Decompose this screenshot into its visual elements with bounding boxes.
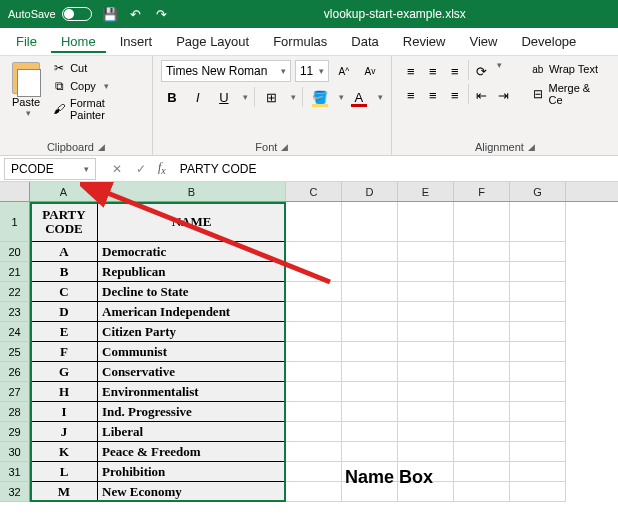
cell[interactable] bbox=[286, 422, 342, 442]
cell-party-code[interactable]: L bbox=[30, 462, 98, 482]
cell[interactable] bbox=[454, 282, 510, 302]
cell-party-code[interactable]: J bbox=[30, 422, 98, 442]
align-bottom-button[interactable]: ≡ bbox=[444, 60, 466, 82]
decrease-indent-button[interactable]: ⇤ bbox=[471, 84, 493, 106]
cell[interactable] bbox=[342, 422, 398, 442]
column-header-g[interactable]: G bbox=[510, 182, 566, 201]
cell-party-name[interactable]: Ind. Progressive bbox=[98, 402, 286, 422]
tab-page-layout[interactable]: Page Layout bbox=[166, 30, 259, 53]
cell[interactable] bbox=[454, 362, 510, 382]
column-header-b[interactable]: B bbox=[98, 182, 286, 201]
formula-input[interactable] bbox=[174, 158, 618, 180]
cell[interactable] bbox=[510, 402, 566, 422]
cell[interactable] bbox=[342, 362, 398, 382]
row-header[interactable]: 22 bbox=[0, 282, 30, 302]
dialog-launcher-icon[interactable]: ◢ bbox=[528, 142, 535, 152]
dialog-launcher-icon[interactable]: ◢ bbox=[98, 142, 105, 152]
cell[interactable] bbox=[454, 262, 510, 282]
cell[interactable] bbox=[398, 422, 454, 442]
spreadsheet-grid[interactable]: A B C D E F G 1 PARTY CODE NAME 20ADemoc… bbox=[0, 182, 618, 502]
align-top-button[interactable]: ≡ bbox=[400, 60, 422, 82]
cell[interactable] bbox=[342, 382, 398, 402]
cell-party-name[interactable]: Peace & Freedom bbox=[98, 442, 286, 462]
cell[interactable] bbox=[286, 242, 342, 262]
cell[interactable] bbox=[398, 382, 454, 402]
autosave-toggle[interactable]: AutoSave bbox=[8, 7, 92, 21]
row-header[interactable]: 27 bbox=[0, 382, 30, 402]
row-header[interactable]: 24 bbox=[0, 322, 30, 342]
cancel-formula-button[interactable]: ✕ bbox=[106, 159, 128, 179]
cell-party-code[interactable]: D bbox=[30, 302, 98, 322]
merge-center-button[interactable]: ⊟ Merge & Ce bbox=[527, 80, 610, 108]
cell[interactable] bbox=[398, 282, 454, 302]
italic-button[interactable]: I bbox=[187, 86, 209, 108]
tab-review[interactable]: Review bbox=[393, 30, 456, 53]
cell[interactable] bbox=[342, 342, 398, 362]
align-left-button[interactable]: ≡ bbox=[400, 84, 422, 106]
enter-formula-button[interactable]: ✓ bbox=[130, 159, 152, 179]
cell[interactable] bbox=[286, 322, 342, 342]
cell[interactable] bbox=[286, 442, 342, 462]
cell-party-code[interactable]: M bbox=[30, 482, 98, 502]
cell-party-name[interactable]: American Independent bbox=[98, 302, 286, 322]
orientation-button[interactable]: ⟳ bbox=[471, 60, 493, 82]
tab-formulas[interactable]: Formulas bbox=[263, 30, 337, 53]
cell[interactable] bbox=[398, 402, 454, 422]
row-header[interactable]: 26 bbox=[0, 362, 30, 382]
row-header[interactable]: 25 bbox=[0, 342, 30, 362]
cell-party-code[interactable]: F bbox=[30, 342, 98, 362]
bold-button[interactable]: B bbox=[161, 86, 183, 108]
row-header[interactable]: 30 bbox=[0, 442, 30, 462]
cell-party-name[interactable]: Decline to State bbox=[98, 282, 286, 302]
font-color-button[interactable]: A bbox=[348, 86, 370, 108]
cell[interactable] bbox=[286, 262, 342, 282]
row-header[interactable]: 32 bbox=[0, 482, 30, 502]
dialog-launcher-icon[interactable]: ◢ bbox=[281, 142, 288, 152]
decrease-font-button[interactable]: Av bbox=[359, 60, 381, 82]
cell[interactable] bbox=[398, 442, 454, 462]
cell-party-name[interactable]: Citizen Party bbox=[98, 322, 286, 342]
cell-header-code[interactable]: PARTY CODE bbox=[30, 202, 98, 242]
row-header[interactable]: 20 bbox=[0, 242, 30, 262]
cell-party-name[interactable]: Prohibition bbox=[98, 462, 286, 482]
cell[interactable] bbox=[510, 262, 566, 282]
cell[interactable] bbox=[342, 202, 398, 242]
cell[interactable] bbox=[342, 322, 398, 342]
cell[interactable] bbox=[454, 402, 510, 422]
column-header-c[interactable]: C bbox=[286, 182, 342, 201]
cell[interactable] bbox=[510, 282, 566, 302]
cell[interactable] bbox=[286, 202, 342, 242]
cell[interactable] bbox=[286, 482, 342, 502]
tab-insert[interactable]: Insert bbox=[110, 30, 163, 53]
cell-party-code[interactable]: K bbox=[30, 442, 98, 462]
cell[interactable] bbox=[286, 302, 342, 322]
increase-font-button[interactable]: A^ bbox=[333, 60, 355, 82]
cell-party-name[interactable]: Republican bbox=[98, 262, 286, 282]
cell[interactable] bbox=[398, 262, 454, 282]
row-header[interactable]: 21 bbox=[0, 262, 30, 282]
row-header[interactable]: 28 bbox=[0, 402, 30, 422]
cell-party-code[interactable]: B bbox=[30, 262, 98, 282]
cell[interactable] bbox=[510, 442, 566, 462]
cell[interactable] bbox=[342, 402, 398, 422]
cell[interactable] bbox=[398, 322, 454, 342]
cell[interactable] bbox=[342, 302, 398, 322]
cell[interactable] bbox=[510, 362, 566, 382]
cut-button[interactable]: ✂ Cut bbox=[50, 60, 144, 76]
cell[interactable] bbox=[454, 442, 510, 462]
row-header[interactable]: 29 bbox=[0, 422, 30, 442]
redo-icon[interactable]: ↷ bbox=[154, 6, 170, 22]
fx-icon[interactable]: fx bbox=[158, 160, 166, 176]
cell[interactable] bbox=[286, 282, 342, 302]
cell[interactable] bbox=[398, 302, 454, 322]
fill-color-button[interactable]: 🪣 bbox=[309, 86, 331, 108]
tab-home[interactable]: Home bbox=[51, 30, 106, 53]
cell-party-code[interactable]: H bbox=[30, 382, 98, 402]
cell-party-name[interactable]: Democratic bbox=[98, 242, 286, 262]
cell[interactable] bbox=[454, 202, 510, 242]
cell[interactable] bbox=[510, 302, 566, 322]
cell-party-code[interactable]: A bbox=[30, 242, 98, 262]
cell[interactable] bbox=[342, 442, 398, 462]
increase-indent-button[interactable]: ⇥ bbox=[493, 84, 515, 106]
cell-party-code[interactable]: G bbox=[30, 362, 98, 382]
